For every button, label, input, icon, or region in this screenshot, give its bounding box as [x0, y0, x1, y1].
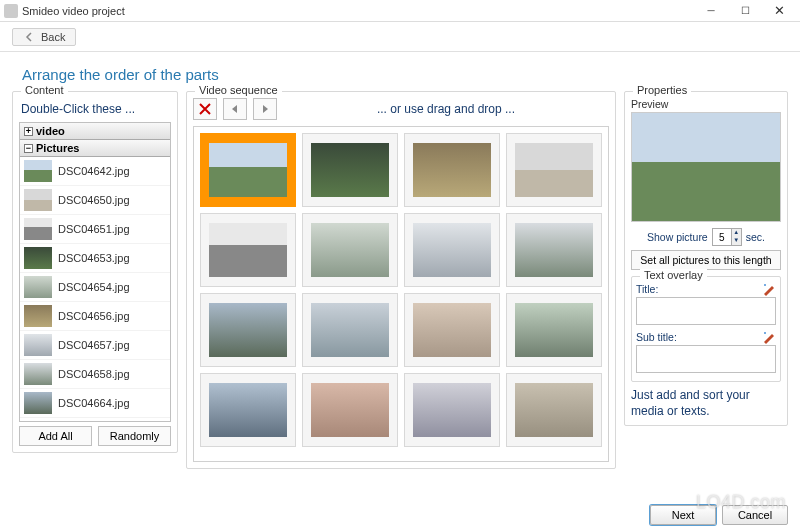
thumbnail-icon — [24, 218, 52, 240]
file-name: DSC04664.jpg — [58, 397, 130, 409]
svg-point-1 — [764, 332, 766, 334]
thumbnail — [515, 383, 593, 437]
arrow-left-icon — [229, 103, 241, 115]
randomly-button[interactable]: Randomly — [98, 426, 171, 446]
duration-stepper[interactable]: ▲▼ — [712, 228, 742, 246]
title-input[interactable] — [636, 297, 776, 325]
thumbnail — [209, 143, 287, 197]
thumbnail — [515, 303, 593, 357]
text-overlay-legend: Text overlay — [640, 269, 707, 281]
sequence-item[interactable] — [302, 213, 398, 287]
sequence-item[interactable] — [506, 213, 602, 287]
maximize-button[interactable]: ☐ — [728, 1, 762, 21]
show-picture-label: Show picture — [647, 231, 708, 243]
sequence-item[interactable] — [200, 293, 296, 367]
collapse-icon[interactable]: − — [24, 144, 33, 153]
file-name: DSC04656.jpg — [58, 310, 130, 322]
svg-point-0 — [764, 284, 766, 286]
thumbnail — [209, 383, 287, 437]
list-item[interactable]: DSC04657.jpg — [20, 331, 170, 360]
preview-label: Preview — [631, 98, 781, 110]
spin-down-icon[interactable]: ▼ — [731, 237, 741, 245]
thumbnail-icon — [24, 247, 52, 269]
back-button[interactable]: Back — [12, 28, 76, 46]
back-label: Back — [41, 31, 65, 43]
list-item[interactable]: DSC04653.jpg — [20, 244, 170, 273]
sequence-item[interactable] — [506, 373, 602, 447]
spin-up-icon[interactable]: ▲ — [731, 229, 741, 237]
duration-input[interactable] — [713, 229, 731, 245]
edit-subtitle-icon[interactable] — [762, 330, 776, 344]
chevron-left-icon — [23, 31, 35, 43]
sequence-item[interactable] — [506, 133, 602, 207]
close-button[interactable]: ✕ — [762, 1, 796, 21]
titlebar: Smideo video project ─ ☐ ✕ — [0, 0, 800, 22]
list-item[interactable]: DSC04654.jpg — [20, 273, 170, 302]
preview-image — [631, 112, 781, 222]
sec-label: sec. — [746, 231, 765, 243]
thumbnail-icon — [24, 305, 52, 327]
thumbnail — [311, 143, 389, 197]
edit-title-icon[interactable] — [762, 282, 776, 296]
sequence-item[interactable] — [200, 213, 296, 287]
move-right-button[interactable] — [253, 98, 277, 120]
set-all-button[interactable]: Set all pictures to this length — [631, 250, 781, 270]
tree-node-pictures[interactable]: − Pictures — [20, 140, 170, 157]
move-left-button[interactable] — [223, 98, 247, 120]
thumbnail-icon — [24, 276, 52, 298]
file-name: DSC04650.jpg — [58, 194, 130, 206]
thumbnail — [515, 223, 593, 277]
delete-button[interactable] — [193, 98, 217, 120]
app-icon — [4, 4, 18, 18]
file-name: DSC04653.jpg — [58, 252, 130, 264]
properties-panel: Properties Preview Show picture ▲▼ sec. … — [624, 91, 788, 426]
sequence-item[interactable] — [302, 133, 398, 207]
minimize-button[interactable]: ─ — [694, 1, 728, 21]
cancel-button[interactable]: Cancel — [722, 505, 788, 525]
thumbnail — [209, 223, 287, 277]
thumbnail — [311, 303, 389, 357]
file-name: DSC04654.jpg — [58, 281, 130, 293]
list-item[interactable]: DSC04651.jpg — [20, 215, 170, 244]
thumbnail-icon — [24, 334, 52, 356]
content-legend: Content — [21, 84, 68, 96]
expand-icon[interactable]: + — [24, 127, 33, 136]
sequence-item[interactable] — [404, 133, 500, 207]
sequence-item[interactable] — [200, 373, 296, 447]
sequence-item[interactable] — [302, 373, 398, 447]
thumbnail — [515, 143, 593, 197]
sequence-item[interactable] — [404, 213, 500, 287]
sequence-grid[interactable] — [193, 126, 609, 462]
list-item[interactable]: DSC04642.jpg — [20, 157, 170, 186]
properties-legend: Properties — [633, 84, 691, 96]
content-tree[interactable]: + video − Pictures DSC04642.jpg DSC04650… — [19, 122, 171, 422]
thumbnail-icon — [24, 189, 52, 211]
list-item[interactable]: DSC04650.jpg — [20, 186, 170, 215]
sequence-item-selected[interactable] — [200, 133, 296, 207]
sequence-item[interactable] — [404, 293, 500, 367]
content-hint: Double-Click these ... — [19, 98, 171, 122]
thumbnail — [311, 383, 389, 437]
sequence-panel: Video sequence ... or use drag and drop … — [186, 91, 616, 469]
thumbnail — [413, 303, 491, 357]
thumbnail — [413, 143, 491, 197]
thumbnail-icon — [24, 392, 52, 414]
list-item[interactable]: DSC04656.jpg — [20, 302, 170, 331]
sequence-item[interactable] — [506, 293, 602, 367]
list-item[interactable]: DSC04664.jpg — [20, 389, 170, 418]
list-item[interactable]: DSC04658.jpg — [20, 360, 170, 389]
add-all-button[interactable]: Add All — [19, 426, 92, 446]
arrow-right-icon — [259, 103, 271, 115]
sequence-item[interactable] — [302, 293, 398, 367]
file-name: DSC04642.jpg — [58, 165, 130, 177]
tree-node-video[interactable]: + video — [20, 123, 170, 140]
subtitle-input[interactable] — [636, 345, 776, 373]
thumbnail — [311, 223, 389, 277]
nav-row: Back — [0, 22, 800, 52]
sequence-item[interactable] — [404, 373, 500, 447]
thumbnail-icon — [24, 363, 52, 385]
text-overlay-panel: Text overlay Title: Sub title: — [631, 276, 781, 382]
sequence-legend: Video sequence — [195, 84, 282, 96]
next-button[interactable]: Next — [650, 505, 716, 525]
content-panel: Content Double-Click these ... + video −… — [12, 91, 178, 453]
